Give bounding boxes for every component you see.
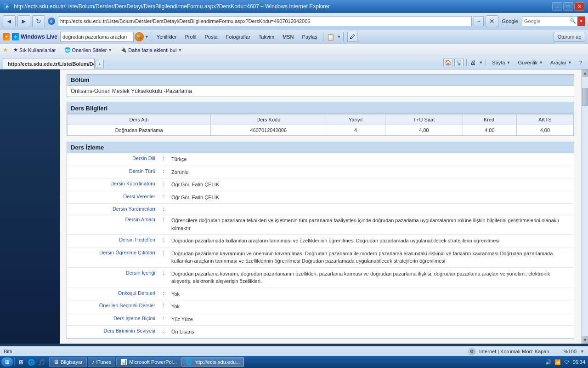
bilgisayar-icon: 🖥 — [53, 359, 59, 365]
izleme-row: Dersin Amacı : Öğrencilere doğrudan paza… — [67, 214, 574, 235]
ders-table: Ders Adı Ders Kodu Yarıyıl T+U Saat Kred… — [67, 114, 574, 136]
search-button[interactable]: 🔍 — [135, 32, 144, 41]
ie-icon: e — [4, 3, 11, 10]
sik-kullanilanlar-button[interactable]: ★ Sık Kullanılanlar — [10, 46, 59, 54]
td-ders-kodu: 4607012042006 — [211, 125, 326, 136]
zoom-dropdown[interactable]: ▼ — [580, 349, 584, 354]
wl-butterfly-icon: ⊹ — [12, 33, 19, 40]
taskbar-item-ie[interactable]: 🌐 http://ects.sdu.edu... — [181, 357, 244, 367]
araclar-label: Araçlar — [550, 60, 566, 65]
td-akts: 4,00 — [516, 125, 573, 136]
new-tab-button[interactable]: + — [96, 60, 104, 68]
search-icon[interactable]: 🔍 — [568, 17, 577, 26]
izleme-value: Yok — [168, 300, 574, 313]
search-dropdown-arrow[interactable]: ▼ — [145, 34, 149, 39]
search-input[interactable] — [522, 17, 568, 26]
yenilikler-button[interactable]: Yenilikler — [153, 31, 181, 42]
izleme-colon: : — [159, 178, 168, 191]
izleme-colon: : — [159, 153, 168, 166]
ie-quick-launch[interactable]: 🌐 — [26, 357, 36, 367]
td-yariyil: 4 — [326, 125, 385, 136]
tray-icon-2[interactable]: 📶 — [554, 358, 561, 366]
print-dropdown[interactable]: ▼ — [479, 60, 483, 65]
close-button[interactable]: ✕ — [574, 2, 584, 11]
ders-bilgileri-section: Ders Bilgileri Ders Adı Ders Kodu Yarıyı… — [67, 103, 574, 136]
active-tab[interactable]: http://ects.sdu.edu.tr/Liste/Bolum/Dersl… — [3, 58, 95, 69]
izleme-label: Önerilen Seçmeli Dersler — [67, 300, 159, 313]
ders-izleme-body: Dersin Dili : Türkçe Dersin Türü : Zorun… — [67, 153, 574, 339]
araclar-button[interactable]: Araçlar ▼ — [547, 58, 575, 67]
taskbar: ⊞ 🖥 🌐 🎵 🖥 Bilgisayar ♪ iTunes 📊 Microsof… — [0, 356, 588, 368]
minimize-button[interactable]: – — [552, 2, 562, 11]
scroll-up-button[interactable]: ▲ — [582, 69, 588, 77]
toolbar-icon-1[interactable]: 📋 — [325, 31, 336, 42]
print-icon[interactable]: 🖨 — [469, 58, 478, 67]
powerpoint-icon: 📊 — [120, 359, 127, 365]
ders-bilgileri-header: Ders Bilgileri — [67, 103, 574, 114]
help-button[interactable]: ? — [576, 58, 585, 67]
izleme-row: Dersi Verenler : Öğr.Gör. Fatih ÇELİK — [67, 191, 574, 204]
toolbar-search-input[interactable] — [60, 32, 134, 42]
stop-button[interactable]: ✕ — [486, 15, 498, 27]
msn-button[interactable]: MSN — [279, 31, 297, 42]
izleme-row: Dersin Öğrenme Çıktıları : Doğrudan paza… — [67, 247, 574, 267]
profil-button[interactable]: Profil — [181, 31, 200, 42]
bolum-section: Bölüm Önlisans-Gönen Meslek Yüksekokulu … — [67, 74, 574, 97]
scrollbar-thumb[interactable] — [582, 88, 588, 106]
izleme-colon: : — [159, 288, 168, 300]
taskbar-item-powerpoint[interactable]: 📊 Microsoft PowerPoi... — [116, 357, 181, 367]
scrollbar-area[interactable]: ▲ ▼ — [581, 69, 588, 344]
daha-fazla-button[interactable]: 🔌 Daha fazla eklenti bul ▼ — [117, 46, 185, 54]
home-icon[interactable]: 🏠 — [443, 58, 452, 67]
izleme-colon: : — [159, 235, 168, 247]
sayfa-label: Sayfa — [492, 60, 505, 65]
ders-bilgileri-body: Ders Adı Ders Kodu Yarıyıl T+U Saat Kred… — [67, 114, 574, 136]
izleme-value: Öğr.Gör. Fatih ÇELİK — [168, 191, 574, 204]
address-input[interactable] — [58, 16, 472, 26]
back-button[interactable]: ◄ — [3, 15, 16, 27]
tray-icon-3[interactable]: 🛡 — [563, 358, 571, 366]
izleme-colon: : — [159, 300, 168, 313]
izleme-row: Dersin Koordinatörü : Öğr.Gör. Fatih ÇEL… — [67, 178, 574, 191]
fav-icon-3: 🔌 — [120, 47, 127, 53]
sayfa-button[interactable]: Sayfa ▼ — [489, 58, 514, 67]
maximize-button[interactable]: □ — [563, 2, 573, 11]
izleme-value: Doğrudan pazarlama kavramının ve önemini… — [168, 247, 574, 267]
onerilen-dropdown[interactable]: ▼ — [108, 48, 112, 52]
izleme-label: Dersi Verenler — [67, 191, 159, 204]
ie-small-icon: ✦ — [3, 33, 10, 40]
tray-icon-1[interactable]: 🔊 — [545, 358, 552, 366]
takvim-button[interactable]: Takvim — [255, 31, 278, 42]
td-ders-adi: Doğrudan Pazarlama — [68, 125, 211, 136]
posta-button[interactable]: Posta — [201, 31, 221, 42]
refresh-button[interactable]: ↻ — [32, 15, 45, 27]
start-button[interactable]: ⊞ — [1, 357, 13, 367]
toolbar-dropdown-arrow[interactable]: ▼ — [337, 34, 341, 39]
show-desktop-button[interactable]: 🖥 — [16, 357, 26, 367]
daha-fazla-dropdown[interactable]: ▼ — [178, 48, 182, 52]
go-button[interactable]: → — [474, 16, 484, 26]
izleme-label: Dersin İçeriği — [67, 267, 159, 288]
izleme-value: Ön Lisans — [168, 326, 574, 339]
scroll-down-button[interactable]: ▼ — [582, 336, 588, 344]
feeds-icon[interactable]: 📡 — [454, 58, 464, 67]
izleme-value: Türkçe — [168, 153, 574, 166]
taskbar-item-itunes[interactable]: ♪ iTunes — [88, 357, 116, 367]
window-title: http://ects.sdu.edu.tr/Liste/Bolum/Dersl… — [14, 3, 330, 10]
status-icon[interactable]: ⚙ — [468, 348, 475, 355]
paylas-button[interactable]: Paylaş — [299, 31, 321, 42]
guvenlik-button[interactable]: Güvenlik ▼ — [514, 58, 546, 67]
taskbar-item-bilgisayar[interactable]: 🖥 Bilgisayar — [49, 357, 87, 367]
fotograflar-button[interactable]: Fotoğraflar — [222, 31, 254, 42]
izleme-colon: : — [159, 267, 168, 288]
bolum-header: Bölüm — [67, 74, 574, 86]
toolbar-extra-btn[interactable]: 🖊 — [347, 32, 357, 42]
onerilen-siteler-button[interactable]: 🌐 Önerilen Siteler ▼ — [61, 46, 116, 54]
sidebar-left — [0, 69, 60, 344]
forward-button[interactable]: ► — [17, 15, 30, 27]
windows-media-quick[interactable]: 🎵 — [37, 357, 47, 367]
google-label: Google — [500, 18, 520, 24]
search-dropdown[interactable]: ▼ — [577, 17, 585, 26]
oturum-button[interactable]: Oturum aç — [554, 32, 585, 42]
izleme-label: Dersin Yardımcıları — [67, 204, 159, 214]
